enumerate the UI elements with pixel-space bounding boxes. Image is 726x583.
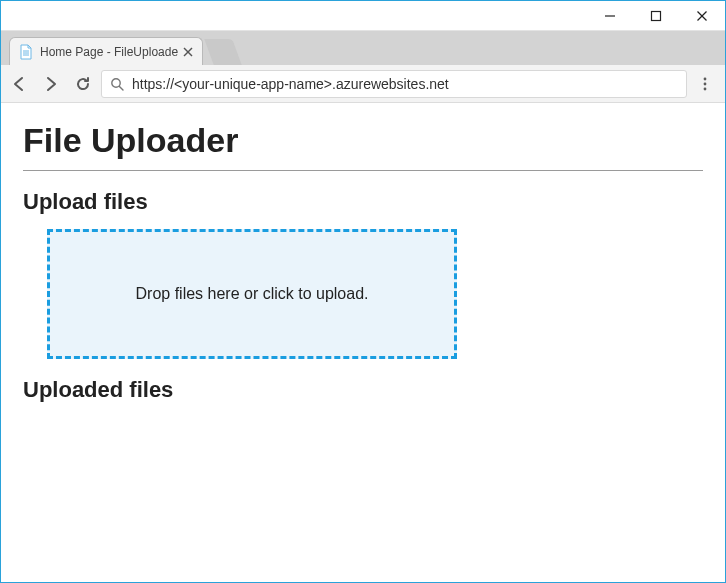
browser-window: Home Page - FileUploade https://<your-un… [0,0,726,583]
search-icon [110,77,124,91]
dropzone-message: Drop files here or click to upload. [136,285,369,303]
browser-menu-button[interactable] [691,70,719,98]
arrow-left-icon [10,75,28,93]
svg-rect-1 [652,11,661,20]
divider [23,170,703,171]
tab-title: Home Page - FileUploade [40,45,178,59]
browser-tab[interactable]: Home Page - FileUploade [9,37,203,65]
tab-strip: Home Page - FileUploade [1,31,725,65]
file-dropzone[interactable]: Drop files here or click to upload. [47,229,457,359]
close-icon [696,10,708,22]
new-tab-button[interactable] [204,39,241,65]
address-bar[interactable]: https://<your-unique-app-name>.azurewebs… [101,70,687,98]
maximize-icon [650,10,662,22]
svg-point-12 [704,82,707,85]
back-button[interactable] [5,70,33,98]
reload-icon [74,75,92,93]
tab-close-button[interactable] [180,44,196,60]
page-content: File Uploader Upload files Drop files he… [1,103,725,582]
window-minimize-button[interactable] [587,1,633,30]
window-titlebar [1,1,725,31]
forward-button[interactable] [37,70,65,98]
arrow-right-icon [42,75,60,93]
page-favicon [18,44,34,60]
window-close-button[interactable] [679,1,725,30]
address-url-text: https://<your-unique-app-name>.azurewebs… [132,76,449,92]
svg-line-10 [119,86,123,90]
upload-section-heading: Upload files [23,189,703,215]
svg-point-11 [704,77,707,80]
uploaded-section-heading: Uploaded files [23,377,703,403]
svg-point-13 [704,87,707,90]
browser-toolbar: https://<your-unique-app-name>.azurewebs… [1,65,725,103]
page-title: File Uploader [23,121,703,160]
window-maximize-button[interactable] [633,1,679,30]
reload-button[interactable] [69,70,97,98]
minimize-icon [604,10,616,22]
kebab-menu-icon [697,76,713,92]
close-icon [183,47,193,57]
